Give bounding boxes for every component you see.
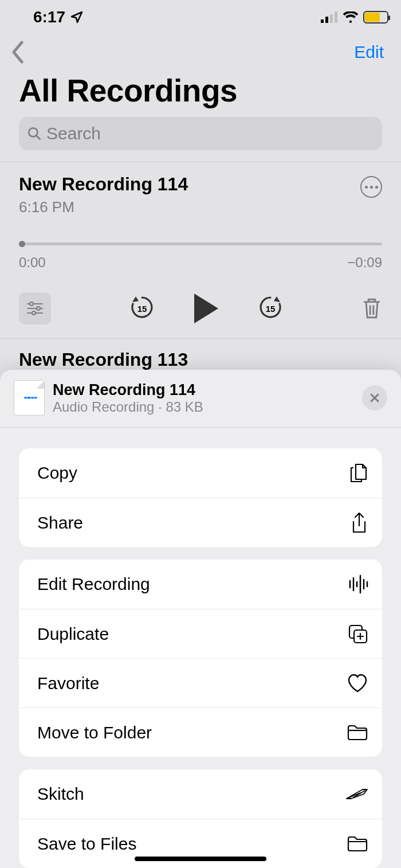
playback-options-button[interactable] [19,292,51,324]
back-button[interactable] [10,41,25,64]
svg-rect-0 [321,19,324,23]
home-indicator[interactable] [135,857,266,861]
menu-label: Duplicate [37,624,109,644]
menu-label: Share [37,513,83,533]
copy-row[interactable]: Copy [19,448,382,498]
menu-label: Move to Folder [37,723,152,742]
menu-label: Edit Recording [37,574,150,594]
svg-rect-1 [325,17,328,23]
waveform-icon [348,574,368,594]
action-sheet: ╍╸╍ New Recording 114 Audio Recording · … [0,370,401,868]
recording-expanded: New Recording 114 6:16 PM 0:00 −0:09 15 … [0,162,401,338]
favorite-row[interactable]: Favorite [19,658,382,707]
skip-back-label: 15 [137,304,147,314]
folder-icon [347,724,368,741]
menu-group: Skitch Save to Files [19,769,382,868]
svg-line-5 [36,135,40,139]
recording-title: New Recording 114 [19,174,188,195]
heart-icon [347,674,368,693]
elapsed-time: 0:00 [19,255,46,271]
svg-point-7 [30,302,33,306]
delete-button[interactable] [361,297,382,320]
edit-recording-row[interactable]: Edit Recording [19,560,382,609]
sheet-subtitle: Audio Recording · 83 KB [53,399,354,415]
copy-icon [349,462,368,484]
search-placeholder: Search [46,124,101,143]
sheet-header: ╍╸╍ New Recording 114 Audio Recording · … [0,370,401,427]
svg-point-11 [32,311,36,315]
close-icon [369,393,380,403]
close-sheet-button[interactable] [362,385,387,410]
more-options-button[interactable] [360,176,382,198]
sheet-title: New Recording 114 [53,381,354,399]
search-icon [27,126,42,141]
status-right-icons [321,11,388,24]
wifi-icon [343,11,359,23]
svg-rect-2 [330,14,333,23]
status-time: 6:17 [33,8,84,26]
menu-group: Copy Share [19,448,382,547]
nav-bar: Edit [0,34,401,70]
cellular-icon [321,11,338,23]
share-row[interactable]: Share [19,498,382,547]
skip-forward-button[interactable]: 15 [257,294,284,323]
folder-icon [347,835,368,853]
location-icon [70,10,84,24]
skip-back-button[interactable]: 15 [129,294,155,323]
sheet-body: Copy Share Edit Recording Duplicate Favo… [0,428,401,868]
svg-point-9 [37,307,40,310]
menu-group: Edit Recording Duplicate Favorite Move t… [19,560,382,757]
page-title: All Recordings [0,70,401,117]
svg-rect-3 [335,11,337,23]
feather-icon [345,787,368,801]
duplicate-icon [348,624,368,644]
recording-time: 6:16 PM [19,198,188,216]
status-bar: 6:17 [0,0,401,34]
edit-button[interactable]: Edit [354,42,384,62]
menu-label: Save to Files [37,834,136,854]
menu-label: Skitch [37,784,84,804]
menu-label: Favorite [37,674,99,693]
remaining-time: −0:09 [347,255,382,271]
search-input[interactable]: Search [19,117,382,150]
battery-icon [363,11,388,24]
audio-file-icon: ╍╸╍ [14,380,45,416]
menu-label: Copy [37,463,77,483]
skitch-row[interactable]: Skitch [19,769,382,819]
playback-scrubber[interactable]: 0:00 −0:09 [19,243,382,271]
recording-title: New Recording 113 [19,349,382,370]
search-container: Search [0,117,401,162]
clock-time: 6:17 [33,8,65,26]
sliders-icon [26,301,44,316]
play-button[interactable] [194,294,218,323]
move-to-folder-row[interactable]: Move to Folder [19,707,382,757]
duplicate-row[interactable]: Duplicate [19,609,382,658]
skip-forward-label: 15 [266,304,276,314]
share-icon [350,511,368,534]
